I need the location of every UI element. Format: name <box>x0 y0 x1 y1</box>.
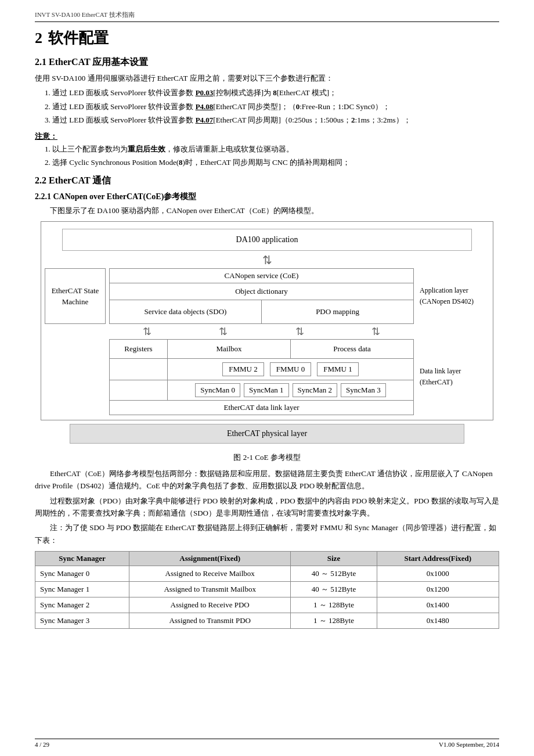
table-cell: Sync Manager 1 <box>35 582 129 597</box>
header-bar: INVT SV-DA100 EtherCAT 技术指南 <box>35 10 499 22</box>
da100-app-box: DA100 application <box>62 229 472 251</box>
syncman2-label: SyncMan 2 <box>298 386 333 394</box>
registers-label: Registers <box>124 344 152 353</box>
note-item: 以上三个配置参数均为重启后生效，修改后请重新上电或软复位驱动器。 <box>52 143 499 156</box>
fmmu2-label: FMMU 2 <box>229 365 258 373</box>
arrow-up-down: ⇅ <box>262 253 272 267</box>
section221-intro: 下图显示了在 DA100 驱动器内部，CANopen over EtherCAT… <box>35 204 499 217</box>
fmmu1-box: FMMU 1 <box>317 362 359 376</box>
physical-layer-label: EtherCAT physical layer <box>227 429 307 438</box>
process-data-box: Process data <box>291 340 413 358</box>
table-cell: Assigned to Receive Mailbox <box>129 566 291 582</box>
section21-intro: 使用 SV-DA100 通用伺服驱动器进行 EtherCAT 应用之前，需要对以… <box>35 72 499 84</box>
table-cell: Sync Manager 0 <box>35 566 129 582</box>
syncman-inner: SyncMan 0 SyncMan 1 SyncMan 2 SyncMan 3 <box>168 380 413 400</box>
lower-left-spacer <box>45 339 109 415</box>
col-sync-manager: Sync Manager <box>35 552 129 566</box>
canopen-service-label: CANopen service (CoE) <box>225 271 299 280</box>
sdo-label: Service data objects (SDO) <box>145 307 227 316</box>
fmmu-inner: FMMU 2 FMMU 0 FMMU 1 <box>168 359 413 380</box>
mailbox-label: Mailbox <box>216 344 241 353</box>
footer-version: V1.00 September, 2014 <box>439 741 499 748</box>
da100-app-label: DA100 application <box>236 235 298 244</box>
canopen-service-box: CANopen service (CoE) <box>110 269 413 283</box>
arrow2-4: ⇅ <box>371 325 380 338</box>
section21-list: 通过 LED 面板或 ServoPlorer 软件设置参数 P0.03[控制模式… <box>52 87 499 126</box>
table-cell: 0x1480 <box>377 613 499 629</box>
table-cell: 0x1200 <box>377 582 499 597</box>
table-cell: Sync Manager 2 <box>35 597 129 613</box>
header-text: INVT SV-DA100 EtherCAT 技术指南 <box>35 11 135 18</box>
footer-page: 4 / 29 <box>35 741 49 748</box>
mailbox-box: Mailbox <box>168 340 291 358</box>
syncman-row: SyncMan 0 SyncMan 1 SyncMan 2 SyncMan 3 <box>110 380 413 401</box>
diagram-container: DA100 application ⇅ EtherCAT State Machi… <box>35 221 499 447</box>
list-item: 通过 LED 面板或 ServoPlorer 软件设置参数 P4.07[Ethe… <box>52 114 499 127</box>
arrow2-2: ⇅ <box>219 325 228 338</box>
arrow2-3: ⇅ <box>295 325 304 338</box>
data-link-text: Data link layer <box>420 366 489 377</box>
syncman3-label: SyncMan 3 <box>346 386 381 394</box>
pdo-label: PDO mapping <box>316 306 359 318</box>
table-header-row: Sync Manager Assignment(Fixed) Size Star… <box>35 552 499 566</box>
body-p2: 过程数据对象（PDO）由对象字典中能够进行 PDO 映射的对象构成，PDO 数据… <box>35 495 499 520</box>
app-layer-label: Application layer (CANopen DS402) <box>414 268 489 324</box>
note-item: 选择 Cyclic Synchronous Position Mode(8)时，… <box>52 156 499 169</box>
body-p3: 注：为了使 SDO 与 PDO 数据能在 EtherCAT 数据链路层上得到正确… <box>35 521 499 546</box>
section-21-title: 2.1 EtherCAT 应用基本设置 <box>35 56 499 69</box>
syncman3-box: SyncMan 3 <box>341 383 386 397</box>
table-cell: 1 ～ 128Byte <box>291 597 377 613</box>
syncman0-label: SyncMan 0 <box>200 386 235 394</box>
sync-manager-table: Sync Manager Assignment(Fixed) Size Star… <box>35 551 499 629</box>
ethercat-dlink-label: EtherCAT data link layer <box>223 403 299 412</box>
table-cell: 0x1000 <box>377 566 499 582</box>
diagram-wrap: DA100 application ⇅ EtherCAT State Machi… <box>41 221 493 447</box>
table-cell: 40 ～ 512Byte <box>291 582 377 597</box>
ethercat-sm-label: EtherCAT State Machine <box>48 285 103 308</box>
data-link-sub: (EtherCAT) <box>420 377 489 388</box>
list-item: 通过 LED 面板或 ServoPlorer 软件设置参数 P0.03[控制模式… <box>52 87 499 99</box>
ethercat-sm-box: EtherCAT State Machine <box>45 268 106 324</box>
fmmu-left-spacer <box>110 359 168 380</box>
col-start-address: Start Address(Fixed) <box>377 552 499 566</box>
table-row: Sync Manager 3Assigned to Transmit PDO1 … <box>35 613 499 629</box>
arrow2-1: ⇅ <box>143 325 151 338</box>
table-cell: 0x1400 <box>377 597 499 613</box>
table-cell: Assigned to Transmit Mailbox <box>129 582 291 597</box>
data-link-label: Data link layer (EtherCAT) <box>414 339 489 415</box>
note-list: 以上三个配置参数均为重启后生效，修改后请重新上电或软复位驱动器。 选择 Cycl… <box>52 143 499 169</box>
fmmu0-box: FMMU 0 <box>270 362 312 376</box>
table-cell: Assigned to Transmit PDO <box>129 613 291 629</box>
process-data-label: Process data <box>333 344 371 353</box>
table-cell: 40 ～ 512Byte <box>291 566 377 582</box>
app-layer-sub: (CANopen DS402) <box>420 296 489 307</box>
syncman2-box: SyncMan 2 <box>293 383 338 397</box>
footer-bar: 4 / 29 V1.00 September, 2014 <box>35 739 499 748</box>
fmmu2-box: FMMU 2 <box>222 362 264 376</box>
reg-mail-proc: Registers Mailbox Process data <box>110 340 413 359</box>
obj-dict-box: Object dictionary <box>110 283 413 300</box>
fmmu0-label: FMMU 0 <box>276 365 305 373</box>
table-cell: 1 ～ 128Byte <box>291 613 377 629</box>
lower-content: Registers Mailbox Process data <box>109 339 414 415</box>
sdo-pdo-row: Service data objects (SDO) PDO mapping <box>110 300 413 323</box>
col-size: Size <box>291 552 377 566</box>
fmmu-row: FMMU 2 FMMU 0 FMMU 1 <box>110 359 413 380</box>
sdo-box: Service data objects (SDO) <box>110 300 262 323</box>
syncman-left-spacer <box>110 380 168 400</box>
table-cell: Assigned to Receive PDO <box>129 597 291 613</box>
obj-dict-label: Object dictionary <box>235 287 288 296</box>
ethercat-dlink-box: EtherCAT data link layer <box>110 401 413 415</box>
syncman1-label: SyncMan 1 <box>249 386 284 394</box>
table-row: Sync Manager 0Assigned to Receive Mailbo… <box>35 566 499 582</box>
registers-box: Registers <box>110 340 168 358</box>
physical-layer-box: EtherCAT physical layer <box>70 424 464 444</box>
table-cell: Sync Manager 3 <box>35 613 129 629</box>
table-row: Sync Manager 1Assigned to Transmit Mailb… <box>35 582 499 597</box>
section-22-title: 2.2 EtherCAT 通信 <box>35 175 499 187</box>
list-item: 通过 LED 面板或 ServoPlorer 软件设置参数 P4.08[Ethe… <box>52 100 499 113</box>
pdo-box: PDO mapping <box>262 300 413 323</box>
note-box: 注意： 以上三个配置参数均为重启后生效，修改后请重新上电或软复位驱动器。 选择 … <box>35 131 499 169</box>
note-title: 注意： <box>35 132 57 141</box>
table-body: Sync Manager 0Assigned to Receive Mailbo… <box>35 566 499 629</box>
